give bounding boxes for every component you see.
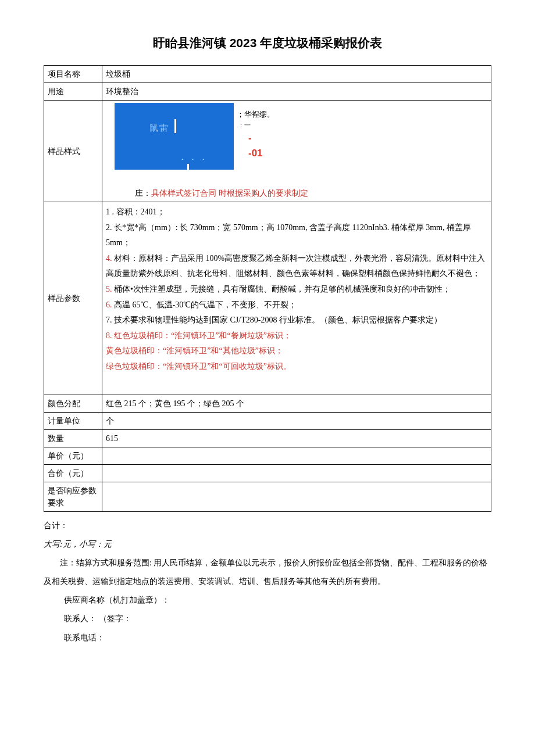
label-unit: 计量单位: [44, 412, 102, 429]
row-unit-price: 单价（元）: [44, 447, 491, 464]
label-sample-style: 样品样式: [44, 101, 102, 202]
row-usage: 用途 环境整治: [44, 83, 491, 101]
row-sample-params: 样品参数 1 . 容积：2401；2. 长*宽*高（mm）: 长 730mm；宽…: [44, 202, 491, 395]
label-color-dist: 颜色分配: [44, 395, 102, 412]
param-line: 5. 桶体•次性注塑成型，无接缝，具有耐腐蚀、耐酸碱，并有足够的机械强度和良好的…: [106, 282, 487, 298]
sample-note-prefix: 庄：: [135, 189, 151, 198]
footer-phone: 联系电话：: [44, 629, 491, 647]
param-line: 8. 红色垃圾桶印：“淮河镇环卫”和“餐厨垃圾”标识；: [106, 328, 487, 344]
row-unit: 计量单位 个: [44, 412, 491, 429]
param-line: 4. 材料：原材料：产品采用 100%高密度聚乙烯全新料一次注模成型，外表光滑，…: [106, 251, 487, 282]
label-project-name: 项目名称: [44, 66, 102, 83]
value-color-dist: 红色 215 个；黄色 195 个；绿色 205 个: [102, 395, 491, 412]
sample-note-red: 具体样式签订合同 时根据采购人的要求制定: [151, 189, 308, 198]
value-usage: 环境整治: [102, 83, 491, 101]
label-total-price: 合价（元）: [44, 464, 102, 482]
sample-blue-text: 鼠雷: [149, 121, 169, 135]
footer: 合计： 大写:元，小写：元 注：结算方式和服务范围: 用人民币结算，金额单位以元…: [44, 517, 491, 647]
sample-code: --01: [248, 131, 266, 160]
row-qty: 数量 615: [44, 429, 491, 447]
param-line: 6. 高温 65℃、低温-30℃的气温下，不变形、不开裂；: [106, 298, 487, 313]
row-color-dist: 颜色分配 红色 215 个；黄色 195 个；绿色 205 个: [44, 395, 491, 412]
sample-side-text1: ；华裎缪。: [237, 109, 274, 120]
row-project-name: 项目名称 垃圾桶: [44, 66, 491, 83]
row-total-price: 合价（元）: [44, 464, 491, 482]
sample-side-text2: ：一: [238, 120, 251, 130]
sample-image-block: 鼠雷 . . . ；华裎缪。 ：一 --01: [115, 103, 266, 170]
label-sample-params: 样品参数: [44, 202, 102, 395]
page-title: 盱眙县淮河镇 2023 年度垃圾桶采购报价表: [44, 35, 491, 51]
row-sample-style: 样品样式 鼠雷 . . . ；华裎缪。 ：一 --01 庄：具体样式签订合同 时…: [44, 101, 491, 202]
sample-blue-tick: [187, 164, 189, 170]
param-line: 7. 技术要求和物理性能均达到国家 CJ/T280-2008 行业标准。（颜色、…: [106, 313, 487, 328]
value-project-name: 垃圾桶: [102, 66, 491, 83]
footer-supplier: 供应商名称（机打加盖章）：: [44, 591, 491, 610]
value-total-price[interactable]: [102, 464, 491, 482]
label-usage: 用途: [44, 83, 102, 101]
footer-note: 注：结算方式和服务范围: 用人民币结算，金额单位以元表示，报价人所报价应包括全部…: [44, 554, 491, 591]
sample-blue-dots: . . .: [181, 152, 208, 163]
value-sample-params: 1 . 容积：2401；2. 长*宽*高（mm）: 长 730mm；宽 570m…: [102, 202, 491, 395]
param-line: 1 . 容积：2401；: [106, 205, 487, 220]
label-qty: 数量: [44, 429, 102, 447]
value-respond[interactable]: [102, 482, 491, 511]
param-line: 黄色垃圾桶印：“淮河镇环卫”和“其他垃圾”标识；: [106, 343, 487, 359]
footer-total: 合计：: [44, 517, 491, 535]
sample-blue-bar: [174, 119, 176, 133]
label-unit-price: 单价（元）: [44, 447, 102, 464]
param-line: 2. 长*宽*高（mm）: 长 730mm；宽 570mm；高 1070mm, …: [106, 220, 487, 251]
value-unit-price[interactable]: [102, 447, 491, 464]
value-qty: 615: [102, 429, 491, 447]
footer-amount: 大写:元，小写：元: [44, 535, 491, 554]
sample-blue-box: [115, 103, 234, 170]
quote-table: 项目名称 垃圾桶 用途 环境整治 样品样式 鼠雷 . . . ；华裎缪。 ：一 …: [44, 65, 491, 512]
param-line: 绿色垃圾桶印：“淮河镇环卫”和“可回收垃圾”标识。: [106, 359, 487, 375]
footer-contact: 联系人： （签字：: [44, 610, 491, 628]
label-respond: 是否响应参数要求: [44, 482, 102, 511]
value-unit: 个: [102, 412, 491, 429]
value-sample-style: 鼠雷 . . . ；华裎缪。 ：一 --01 庄：具体样式签订合同 时根据采购人…: [102, 101, 491, 202]
sample-note: 庄：具体样式签订合同 时根据采购人的要求制定: [106, 187, 487, 199]
row-respond: 是否响应参数要求: [44, 482, 491, 511]
